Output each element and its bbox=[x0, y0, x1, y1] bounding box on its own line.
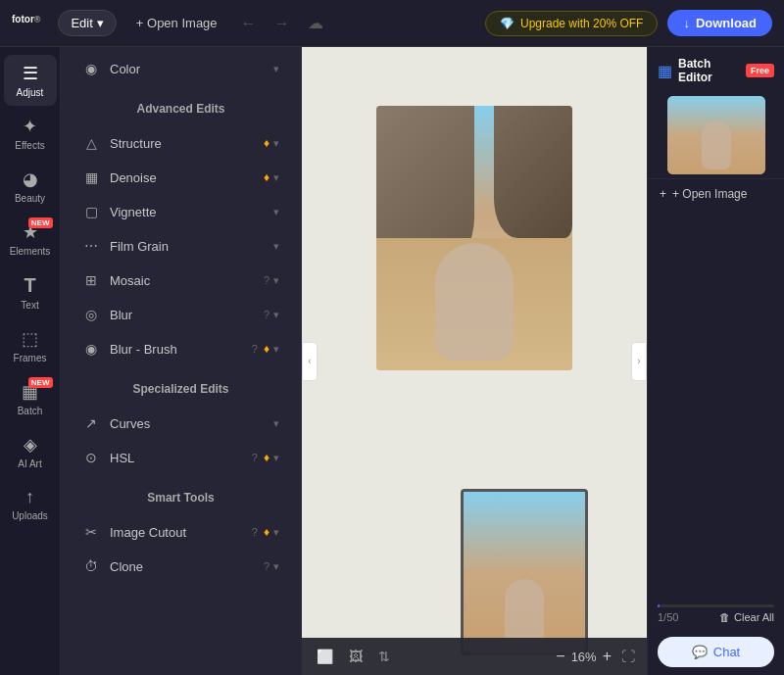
right-panel-expand[interactable]: › bbox=[631, 342, 647, 381]
canvas-area: ‹ › ⬜ 🖼 ⇅ − 16% + ⛶ bbox=[302, 47, 647, 675]
smart-tools-header: Smart Tools bbox=[61, 479, 301, 510]
clear-all-button[interactable]: 🗑 Clear All bbox=[719, 611, 774, 623]
color-item[interactable]: ◉ Color ▾ bbox=[67, 52, 295, 85]
blur-chevron: ▾ bbox=[273, 309, 279, 321]
structure-chevron: ▾ bbox=[273, 137, 279, 150]
batch-new-badge: NEW bbox=[28, 377, 53, 388]
imagecutout-premium-icon: ♦ bbox=[264, 525, 270, 539]
sidebar-item-elements[interactable]: NEW ★ Elements bbox=[4, 214, 57, 265]
sidebar-item-frames[interactable]: ⬚ Frames bbox=[4, 320, 57, 371]
curves-icon: ↗ bbox=[82, 415, 100, 431]
zoom-controls: − 16% + bbox=[556, 648, 612, 665]
main-photo bbox=[376, 106, 572, 370]
progress-area: 1/50 🗑 Clear All bbox=[648, 597, 784, 631]
imagecutout-item[interactable]: ✂ Image Cutout ? ♦ ▾ bbox=[67, 515, 295, 549]
rock-right bbox=[494, 106, 572, 238]
open-image-button[interactable]: + Open Image bbox=[126, 11, 227, 35]
download-button[interactable]: ↓ Download bbox=[667, 10, 772, 36]
mosaic-icon: ⊞ bbox=[82, 272, 100, 288]
sidebar-item-batch[interactable]: NEW ▦ Batch bbox=[4, 373, 57, 424]
clone-item[interactable]: ⏱ Clone ? ▾ bbox=[67, 550, 295, 583]
blurbrush-chevron: ▾ bbox=[273, 343, 279, 356]
zoom-in-button[interactable]: + bbox=[603, 648, 612, 665]
vignette-item[interactable]: ▢ Vignette ▾ bbox=[67, 195, 295, 228]
sidebar-item-uploads[interactable]: ↑ Uploads bbox=[4, 479, 57, 529]
vignette-icon: ▢ bbox=[82, 204, 100, 219]
upgrade-button[interactable]: 💎 Upgrade with 20% OFF bbox=[485, 11, 658, 36]
blurbrush-help-icon: ? bbox=[252, 343, 258, 355]
hsl-help-icon: ? bbox=[252, 452, 258, 463]
hsl-icon: ⊙ bbox=[82, 450, 100, 465]
crop-icon[interactable]: ⬜ bbox=[314, 646, 336, 667]
structure-premium-icon: ♦ bbox=[264, 136, 270, 150]
blurbrush-premium-icon: ♦ bbox=[264, 342, 270, 356]
mosaic-chevron: ▾ bbox=[273, 274, 279, 287]
delete-icon: 🗑 bbox=[719, 611, 730, 623]
color-icon: ◉ bbox=[82, 61, 100, 76]
denoise-icon: ▦ bbox=[82, 169, 100, 185]
free-badge: Free bbox=[746, 64, 774, 77]
undo-button[interactable]: ← bbox=[237, 11, 261, 36]
sidebar-left: ☰ Adjust ✦ Effects ◕ Beauty NEW ★ Elemen… bbox=[0, 47, 61, 675]
blurbrush-item[interactable]: ◉ Blur - Brush ? ♦ ▾ bbox=[67, 332, 295, 365]
text-icon: T bbox=[24, 274, 35, 297]
clone-help-icon: ? bbox=[264, 560, 270, 572]
effects-icon: ✦ bbox=[23, 116, 37, 137]
smart-tools-section: ✂ Image Cutout ? ♦ ▾ ⏱ Clone ? ▾ bbox=[61, 510, 301, 588]
fullscreen-button[interactable]: ⛶ bbox=[621, 649, 635, 664]
blur-item[interactable]: ◎ Blur ? ▾ bbox=[67, 298, 295, 331]
hsl-chevron: ▾ bbox=[273, 452, 279, 464]
chat-icon: 💬 bbox=[692, 645, 708, 659]
hsl-item[interactable]: ⊙ HSL ? ♦ ▾ bbox=[67, 441, 295, 474]
denoise-premium-icon: ♦ bbox=[264, 170, 270, 184]
advanced-edits-section: △ Structure ♦ ▾ ▦ Denoise ♦ ▾ ▢ Vignette… bbox=[61, 121, 301, 370]
specialized-edits-section: ↗ Curves ▾ ⊙ HSL ? ♦ ▾ bbox=[61, 402, 301, 479]
batch-editor-icon: ▦ bbox=[658, 62, 672, 80]
mosaic-help-icon: ? bbox=[264, 274, 270, 286]
hsl-premium-icon: ♦ bbox=[264, 451, 270, 464]
plus-icon: + bbox=[660, 187, 666, 201]
canvas-content: ‹ › bbox=[302, 47, 647, 675]
blur-help-icon: ? bbox=[264, 309, 270, 320]
batch-editor-panel: ▦ Batch Editor Free + + Open Image 1/50 … bbox=[647, 47, 784, 675]
adjust-icon: ☰ bbox=[23, 63, 38, 84]
imagecutout-icon: ✂ bbox=[82, 524, 100, 540]
flip-icon[interactable]: ⇅ bbox=[375, 646, 393, 667]
filmgrain-item[interactable]: ⋯ Film Grain ▾ bbox=[67, 229, 295, 263]
sidebar-item-aiart[interactable]: ◈ AI Art bbox=[4, 426, 57, 477]
cloud-save-icon[interactable]: ☁ bbox=[304, 10, 327, 36]
zoom-level: 16% bbox=[571, 650, 597, 664]
color-section: ◉ Color ▾ bbox=[61, 47, 301, 90]
sidebar-item-effects[interactable]: ✦ Effects bbox=[4, 108, 57, 159]
batch-open-image-button[interactable]: + + Open Image bbox=[648, 178, 784, 209]
chat-button[interactable]: 💬 Chat bbox=[658, 637, 774, 667]
batch-thumbnail bbox=[667, 96, 765, 174]
redo-button[interactable]: → bbox=[270, 11, 294, 36]
new-badge: NEW bbox=[28, 217, 53, 228]
zoom-out-button[interactable]: − bbox=[556, 648, 564, 665]
mosaic-item[interactable]: ⊞ Mosaic ? ▾ bbox=[67, 264, 295, 297]
denoise-item[interactable]: ▦ Denoise ♦ ▾ bbox=[67, 161, 295, 194]
filmgrain-chevron: ▾ bbox=[273, 240, 279, 253]
person-shape bbox=[435, 243, 514, 361]
topbar: fotor® Edit ▾ + Open Image ← → ☁ 💎 Upgra… bbox=[0, 0, 784, 47]
structure-icon: △ bbox=[82, 135, 100, 151]
blurbrush-icon: ◉ bbox=[82, 341, 100, 357]
sidebar-item-text[interactable]: T Text bbox=[4, 266, 57, 318]
structure-item[interactable]: △ Structure ♦ ▾ bbox=[67, 126, 295, 160]
beauty-icon: ◕ bbox=[23, 169, 38, 190]
sidebar-item-beauty[interactable]: ◕ Beauty bbox=[4, 161, 57, 212]
curves-item[interactable]: ↗ Curves ▾ bbox=[67, 407, 295, 440]
photo-icon[interactable]: 🖼 bbox=[346, 646, 366, 667]
edit-menu-button[interactable]: Edit ▾ bbox=[58, 10, 116, 36]
sidebar-item-adjust[interactable]: ☰ Adjust bbox=[4, 55, 57, 106]
panel-collapse-button[interactable]: ‹ bbox=[302, 342, 318, 381]
uploads-icon: ↑ bbox=[25, 487, 34, 507]
edit-panel: ◉ Color ▾ Advanced Edits △ Structure ♦ ▾… bbox=[61, 47, 302, 675]
curves-chevron: ▾ bbox=[273, 417, 279, 430]
canvas-toolbar: ⬜ 🖼 ⇅ − 16% + ⛶ bbox=[302, 638, 647, 675]
denoise-chevron: ▾ bbox=[273, 171, 279, 184]
small-photo-thumbnail bbox=[461, 489, 588, 655]
imagecutout-help-icon: ? bbox=[252, 526, 258, 538]
color-chevron: ▾ bbox=[273, 63, 279, 75]
